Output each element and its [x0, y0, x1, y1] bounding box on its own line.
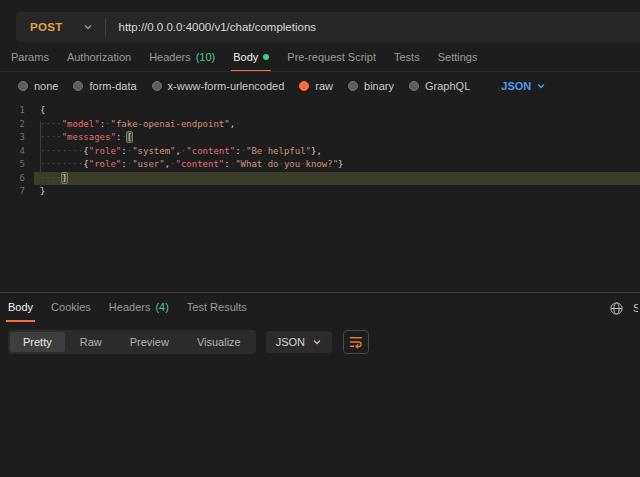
line-number: 2	[0, 118, 34, 132]
code-line: 7}	[0, 185, 640, 199]
line-number: 4	[0, 145, 34, 159]
response-tabs: Body Cookies Headers(4) Test Results S	[0, 293, 640, 323]
tab-label: Test Results	[187, 301, 247, 313]
radio-icon	[73, 81, 83, 91]
body-type-raw[interactable]: raw	[299, 80, 333, 92]
code-line: 3····"messages":·[	[0, 131, 640, 145]
tab-label: Tests	[394, 51, 420, 63]
body-type-none[interactable]: none	[18, 80, 58, 92]
line-number: 5	[0, 158, 34, 172]
response-language-selector[interactable]: JSON	[266, 331, 332, 353]
method-label: POST	[30, 21, 63, 33]
tab-label: Authorization	[67, 51, 131, 63]
request-tabs: Params Authorization Headers(10) Body Pr…	[0, 46, 640, 71]
headers-count: (10)	[196, 51, 216, 63]
chevron-down-icon	[536, 81, 546, 91]
radio-label: none	[34, 80, 58, 92]
response-toolbar: Pretty Raw Preview Visualize JSON	[8, 329, 640, 355]
response-tab-body[interactable]: Body	[6, 297, 35, 320]
response-tab-headers[interactable]: Headers(4)	[107, 297, 171, 320]
view-preview-button[interactable]: Preview	[117, 332, 182, 352]
globe-icon[interactable]	[609, 301, 624, 316]
response-tab-cookies[interactable]: Cookies	[49, 297, 93, 320]
line-number: 7	[0, 185, 34, 199]
language-label: JSON	[501, 80, 531, 92]
response-meta: S	[609, 293, 630, 323]
tab-label: Settings	[438, 51, 478, 63]
line-number: 6	[0, 172, 34, 186]
language-label: JSON	[276, 336, 305, 348]
response-headers-count: (4)	[155, 301, 168, 313]
tab-label: Pre-request Script	[287, 51, 376, 63]
tab-label: Headers	[149, 51, 191, 63]
view-pretty-button[interactable]: Pretty	[10, 332, 65, 352]
code-line: 6····]	[0, 172, 640, 186]
view-switcher: Pretty Raw Preview Visualize	[8, 330, 256, 354]
tab-tests[interactable]: Tests	[392, 47, 422, 70]
tab-label: Body	[8, 301, 33, 313]
chevron-down-icon	[83, 22, 93, 32]
code-line: 2····"model":·"fake-openai-endpoint",·	[0, 118, 640, 132]
view-raw-button[interactable]: Raw	[67, 332, 115, 352]
body-type-form-data[interactable]: form-data	[73, 80, 136, 92]
tab-label: Params	[11, 51, 49, 63]
radio-label: binary	[364, 80, 394, 92]
chevron-down-icon	[312, 337, 322, 347]
code-line: 5········{"role":·"user",·"content":·"Wh…	[0, 158, 640, 172]
radio-icon	[348, 81, 358, 91]
line-number: 1	[0, 104, 34, 118]
code-line: 4········{"role":·"system",·"content":·"…	[0, 145, 640, 159]
body-type-binary[interactable]: binary	[348, 80, 394, 92]
wrap-text-icon	[348, 334, 364, 350]
body-type-graphql[interactable]: GraphQL	[409, 80, 470, 92]
code-line: 1{	[0, 104, 640, 118]
status-text-clipped: S	[633, 302, 638, 314]
radio-selected-icon	[299, 81, 309, 91]
radio-icon	[409, 81, 419, 91]
postman-window: POST http://0.0.0.0:4000/v1/chat/complet…	[0, 0, 640, 477]
tab-label: Body	[233, 51, 258, 63]
body-type-x-www-form-urlencoded[interactable]: x-www-form-urlencoded	[152, 80, 285, 92]
tab-body[interactable]: Body	[231, 47, 271, 70]
tab-params[interactable]: Params	[9, 47, 51, 70]
wrap-lines-button[interactable]	[343, 330, 369, 354]
radio-icon	[152, 81, 162, 91]
request-url-bar: POST http://0.0.0.0:4000/v1/chat/complet…	[16, 12, 640, 42]
line-number: 3	[0, 131, 34, 145]
radio-label: GraphQL	[425, 80, 470, 92]
tab-authorization[interactable]: Authorization	[65, 47, 133, 70]
method-selector[interactable]: POST	[16, 12, 105, 42]
body-modified-dot-icon	[263, 54, 269, 60]
response-section: Body Cookies Headers(4) Test Results S P…	[0, 292, 640, 477]
tab-label: Headers	[109, 301, 151, 313]
tab-settings[interactable]: Settings	[436, 47, 480, 70]
radio-icon	[18, 81, 28, 91]
radio-label: x-www-form-urlencoded	[168, 80, 285, 92]
radio-label: raw	[315, 80, 333, 92]
view-visualize-button[interactable]: Visualize	[184, 332, 254, 352]
request-language-selector[interactable]: JSON	[501, 80, 546, 92]
url-input[interactable]: http://0.0.0.0:4000/v1/chat/completions	[106, 21, 317, 33]
request-body-editor[interactable]: 1{2····"model":·"fake-openai-endpoint",·…	[0, 100, 640, 296]
tab-pre-request-script[interactable]: Pre-request Script	[285, 47, 378, 70]
body-type-row: none form-data x-www-form-urlencoded raw…	[0, 72, 640, 100]
radio-label: form-data	[89, 80, 136, 92]
tab-headers[interactable]: Headers(10)	[147, 47, 217, 70]
response-tab-test-results[interactable]: Test Results	[185, 297, 249, 320]
tab-label: Cookies	[51, 301, 91, 313]
